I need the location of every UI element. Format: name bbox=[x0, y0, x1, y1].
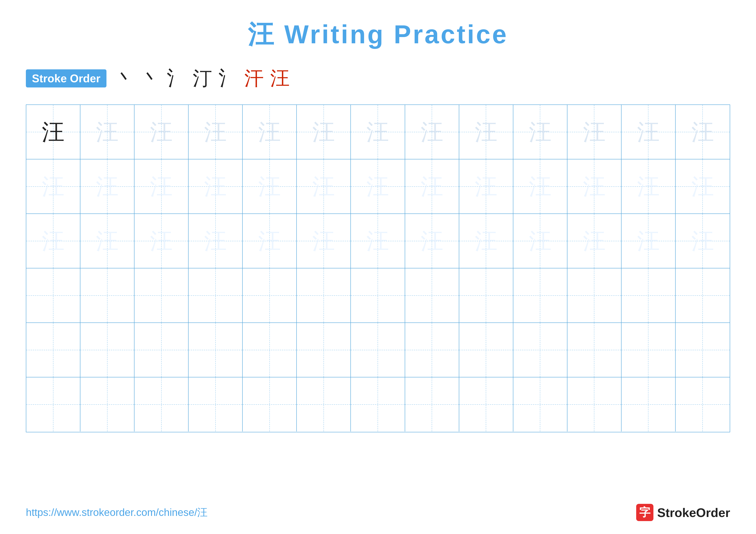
grid-cell[interactable] bbox=[243, 323, 297, 377]
grid-cell[interactable]: 汪 bbox=[351, 159, 405, 214]
grid-cell[interactable] bbox=[622, 377, 676, 431]
grid-cell[interactable]: 汪 bbox=[405, 105, 459, 159]
grid-cell[interactable]: 汪 bbox=[405, 214, 459, 268]
character-light: 汪 bbox=[475, 121, 498, 143]
character-light: 汪 bbox=[583, 121, 606, 143]
grid-row-3: 汪 汪 汪 汪 汪 汪 汪 汪 汪 bbox=[26, 214, 730, 268]
character-lighter: 汪 bbox=[96, 230, 119, 252]
grid-cell[interactable]: 汪 bbox=[513, 214, 567, 268]
character-lighter: 汪 bbox=[691, 175, 714, 198]
character-light: 汪 bbox=[312, 121, 335, 143]
grid-cell[interactable] bbox=[676, 377, 730, 431]
grid-cell[interactable]: 汪 bbox=[26, 105, 80, 159]
grid-cell[interactable] bbox=[297, 377, 351, 431]
character-lighter: 汪 bbox=[475, 230, 498, 252]
grid-cell[interactable] bbox=[26, 377, 80, 431]
grid-cell[interactable] bbox=[134, 268, 189, 322]
grid-cell[interactable]: 汪 bbox=[622, 159, 676, 214]
grid-cell[interactable] bbox=[189, 268, 243, 322]
grid-cell[interactable]: 汪 bbox=[513, 159, 567, 214]
grid-cell[interactable]: 汪 bbox=[297, 105, 351, 159]
stroke-4: 汀 bbox=[193, 65, 212, 91]
grid-cell[interactable] bbox=[676, 268, 730, 322]
character-light: 汪 bbox=[150, 121, 173, 143]
grid-cell[interactable]: 汪 bbox=[676, 105, 730, 159]
grid-cell[interactable]: 汪 bbox=[297, 214, 351, 268]
grid-cell[interactable]: 汪 bbox=[26, 214, 80, 268]
grid-cell[interactable] bbox=[567, 323, 622, 377]
footer: https://www.strokeorder.com/chinese/汪 字 … bbox=[26, 504, 730, 521]
grid-cell[interactable] bbox=[459, 323, 513, 377]
grid-cell[interactable]: 汪 bbox=[351, 214, 405, 268]
grid-cell[interactable]: 汪 bbox=[676, 214, 730, 268]
character-lighter: 汪 bbox=[583, 230, 606, 252]
grid-cell[interactable] bbox=[80, 268, 134, 322]
grid-cell[interactable] bbox=[405, 268, 459, 322]
grid-cell[interactable]: 汪 bbox=[567, 214, 622, 268]
grid-cell[interactable] bbox=[189, 323, 243, 377]
character-light: 汪 bbox=[204, 121, 227, 143]
grid-cell[interactable]: 汪 bbox=[405, 159, 459, 214]
grid-cell[interactable]: 汪 bbox=[189, 214, 243, 268]
grid-cell[interactable] bbox=[622, 268, 676, 322]
character-lighter: 汪 bbox=[42, 175, 65, 198]
grid-cell[interactable] bbox=[459, 268, 513, 322]
logo-icon: 字 bbox=[636, 504, 653, 521]
grid-cell[interactable]: 汪 bbox=[622, 105, 676, 159]
stroke-order-section: Stroke Order 丶 丶 氵 汀 氵 汗 汪 bbox=[26, 65, 730, 91]
grid-cell[interactable]: 汪 bbox=[459, 159, 513, 214]
grid-row-6 bbox=[26, 377, 730, 432]
grid-cell[interactable] bbox=[513, 377, 567, 431]
logo-text: StrokeOrder bbox=[657, 505, 730, 520]
grid-cell[interactable]: 汪 bbox=[459, 105, 513, 159]
grid-cell[interactable] bbox=[513, 323, 567, 377]
stroke-6: 汗 bbox=[244, 65, 264, 91]
grid-cell[interactable]: 汪 bbox=[243, 105, 297, 159]
grid-cell[interactable]: 汪 bbox=[80, 105, 134, 159]
grid-cell[interactable] bbox=[567, 377, 622, 431]
grid-cell[interactable] bbox=[351, 377, 405, 431]
grid-cell[interactable]: 汪 bbox=[243, 159, 297, 214]
grid-cell[interactable]: 汪 bbox=[459, 214, 513, 268]
grid-cell[interactable]: 汪 bbox=[513, 105, 567, 159]
character-lighter: 汪 bbox=[258, 175, 281, 198]
grid-cell[interactable]: 汪 bbox=[134, 214, 189, 268]
grid-cell[interactable] bbox=[134, 377, 189, 431]
grid-cell[interactable] bbox=[405, 323, 459, 377]
grid-cell[interactable]: 汪 bbox=[189, 159, 243, 214]
grid-cell[interactable] bbox=[351, 323, 405, 377]
character-lighter: 汪 bbox=[312, 175, 335, 198]
grid-cell[interactable] bbox=[676, 323, 730, 377]
grid-cell[interactable] bbox=[622, 323, 676, 377]
grid-cell[interactable]: 汪 bbox=[243, 214, 297, 268]
grid-cell[interactable]: 汪 bbox=[622, 214, 676, 268]
grid-cell[interactable] bbox=[134, 323, 189, 377]
grid-cell[interactable]: 汪 bbox=[351, 105, 405, 159]
grid-cell[interactable] bbox=[243, 377, 297, 431]
grid-cell[interactable] bbox=[26, 323, 80, 377]
grid-cell[interactable] bbox=[297, 268, 351, 322]
grid-cell[interactable] bbox=[26, 268, 80, 322]
grid-cell[interactable] bbox=[189, 377, 243, 431]
character-lighter: 汪 bbox=[637, 230, 660, 252]
grid-cell[interactable] bbox=[351, 268, 405, 322]
grid-cell[interactable] bbox=[513, 268, 567, 322]
grid-cell[interactable] bbox=[80, 377, 134, 431]
grid-cell[interactable]: 汪 bbox=[676, 159, 730, 214]
grid-cell[interactable] bbox=[80, 323, 134, 377]
grid-cell[interactable]: 汪 bbox=[297, 159, 351, 214]
grid-cell[interactable] bbox=[567, 268, 622, 322]
grid-cell[interactable] bbox=[243, 268, 297, 322]
grid-cell[interactable]: 汪 bbox=[567, 159, 622, 214]
grid-cell[interactable]: 汪 bbox=[26, 159, 80, 214]
grid-cell[interactable] bbox=[297, 323, 351, 377]
grid-cell[interactable]: 汪 bbox=[80, 159, 134, 214]
grid-cell[interactable]: 汪 bbox=[80, 214, 134, 268]
grid-cell[interactable]: 汪 bbox=[134, 105, 189, 159]
grid-cell[interactable]: 汪 bbox=[189, 105, 243, 159]
stroke-5: 氵 bbox=[219, 65, 238, 91]
grid-cell[interactable] bbox=[405, 377, 459, 431]
grid-cell[interactable]: 汪 bbox=[134, 159, 189, 214]
grid-cell[interactable]: 汪 bbox=[567, 105, 622, 159]
grid-cell[interactable] bbox=[459, 377, 513, 431]
